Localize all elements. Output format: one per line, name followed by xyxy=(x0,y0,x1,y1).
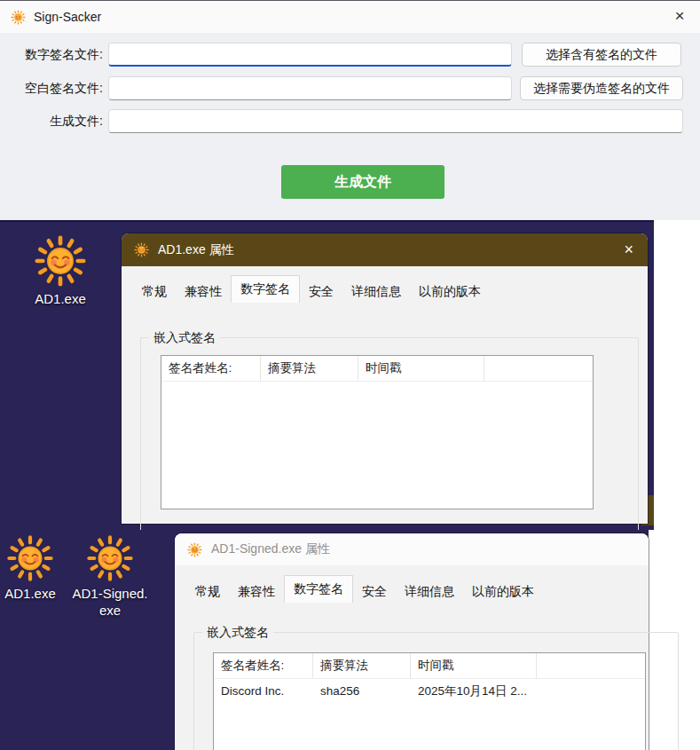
column-header-filler xyxy=(484,356,593,381)
tab-3[interactable]: 数字签名 xyxy=(231,275,300,303)
table-cell: 2025年10月14日 2... xyxy=(411,679,537,704)
window-title: Sign-Sacker xyxy=(34,10,101,24)
desktop-band-middle: AD1.exe AD1.exe 属性 × 常规兼容性数字签名安全详细信息以前的版… xyxy=(0,220,700,530)
close-icon[interactable]: × xyxy=(665,1,695,31)
dialog-titlebar: AD1-Signed.exe 属性 xyxy=(175,533,649,565)
generate-file-button[interactable]: 生成文件 xyxy=(281,165,444,199)
tab-4[interactable]: 安全 xyxy=(353,580,396,603)
blank-signature-file-label: 空白签名文件: xyxy=(4,76,103,100)
desktop-icon-label: AD1.exe xyxy=(27,290,94,307)
tab-1[interactable]: 常规 xyxy=(186,580,229,603)
ad1-signed-properties-dialog: AD1-Signed.exe 属性 常规兼容性数字签名安全详细信息以前的版本 嵌… xyxy=(175,533,649,750)
tab-2[interactable]: 兼容性 xyxy=(229,580,284,603)
dialog-titlebar: AD1.exe 属性 × xyxy=(122,233,648,266)
group-label: 嵌入式签名 xyxy=(149,329,220,346)
close-icon[interactable]: × xyxy=(624,241,633,259)
sun-icon xyxy=(86,534,134,582)
output-file-label: 生成文件: xyxy=(4,109,103,133)
screenshot-root: Sign-Sacker × 数字签名文件: 选择含有签名的文件 空白签名文件: … xyxy=(0,0,700,750)
dialog-title: AD1.exe 属性 xyxy=(158,242,234,258)
desktop-icon-ad1[interactable]: AD1.exe xyxy=(27,234,94,307)
desktop-icon-label: AD1.exe xyxy=(0,585,65,602)
desktop-icon-ad1[interactable]: AD1.exe xyxy=(0,534,65,602)
column-header[interactable]: 签名者姓名: xyxy=(214,653,313,678)
table-cell: Discord Inc. xyxy=(214,679,313,704)
table-cell: sha256 xyxy=(313,679,411,704)
table-row[interactable]: Discord Inc.sha2562025年10月14日 2... xyxy=(214,679,645,704)
column-header[interactable]: 摘要算法 xyxy=(261,356,358,381)
blank-signature-file-input[interactable] xyxy=(108,76,512,100)
desktop-icon-label: AD1-Signed.exe xyxy=(72,585,148,619)
tab-6[interactable]: 以前的版本 xyxy=(410,280,490,303)
sign-sacker-titlebar: Sign-Sacker × xyxy=(0,1,700,33)
digital-signature-file-input[interactable] xyxy=(108,43,512,67)
column-header[interactable]: 摘要算法 xyxy=(313,653,411,678)
select-forge-target-file-button[interactable]: 选择需要伪造签名的文件 xyxy=(520,76,683,100)
column-header-filler xyxy=(537,653,645,678)
digital-signature-file-label: 数字签名文件: xyxy=(4,43,103,67)
signature-listview: 签名者姓名:摘要算法时间戳 xyxy=(161,355,594,509)
tab-3[interactable]: 数字签名 xyxy=(284,575,353,603)
tab-4[interactable]: 安全 xyxy=(300,280,342,303)
tab-5[interactable]: 详细信息 xyxy=(342,280,410,303)
select-signed-file-button[interactable]: 选择含有签名的文件 xyxy=(522,43,681,67)
desktop-icon-ad1-signed[interactable]: AD1-Signed.exe xyxy=(72,534,148,619)
app-sun-icon xyxy=(11,10,26,25)
sign-sacker-window: Sign-Sacker × 数字签名文件: 选择含有签名的文件 空白签名文件: … xyxy=(0,0,700,220)
output-file-input[interactable] xyxy=(108,109,683,133)
column-header[interactable]: 时间戳 xyxy=(411,653,537,678)
tab-1[interactable]: 常规 xyxy=(133,280,176,303)
dialog-title: AD1-Signed.exe 属性 xyxy=(211,541,330,557)
group-label: 嵌入式签名 xyxy=(202,624,273,641)
listview-header: 签名者姓名:摘要算法时间戳 xyxy=(214,653,645,679)
property-tabs: 常规兼容性数字签名安全详细信息以前的版本 xyxy=(133,276,490,303)
property-tabs: 常规兼容性数字签名安全详细信息以前的版本 xyxy=(186,576,543,603)
listview-header: 签名者姓名:摘要算法时间戳 xyxy=(161,356,593,382)
sun-icon xyxy=(6,534,54,582)
column-header[interactable]: 时间戳 xyxy=(358,356,484,381)
sun-icon xyxy=(34,234,87,288)
tab-5[interactable]: 详细信息 xyxy=(396,580,463,603)
dialog-sun-icon xyxy=(134,242,149,257)
tab-2[interactable]: 兼容性 xyxy=(176,280,231,303)
column-header[interactable]: 签名者姓名: xyxy=(161,356,261,381)
ad1-properties-dialog: AD1.exe 属性 × 常规兼容性数字签名安全详细信息以前的版本 嵌入式签名 … xyxy=(122,233,648,524)
desktop-band-bottom: AD1.exe AD1-Signed.exe AD1-Signed.exe 属性… xyxy=(0,530,700,750)
tab-6[interactable]: 以前的版本 xyxy=(463,580,543,603)
dialog-sun-icon xyxy=(187,542,202,557)
signature-listview: 签名者姓名:摘要算法时间戳Discord Inc.sha2562025年10月1… xyxy=(213,652,646,750)
